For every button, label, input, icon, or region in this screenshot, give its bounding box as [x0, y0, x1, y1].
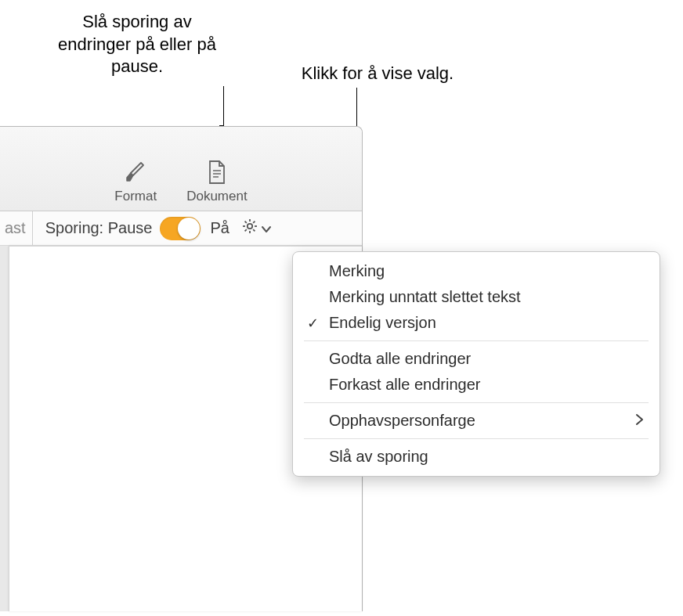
menu-item-label: Forkast alle endringer: [329, 376, 480, 394]
format-label: Format: [114, 189, 157, 204]
svg-line-10: [245, 229, 247, 231]
tracking-toolbar: ast Sporing: Pause På: [0, 211, 362, 246]
svg-line-8: [245, 222, 247, 223]
callout-line: [223, 86, 224, 125]
menu-item-markup[interactable]: Merking: [293, 258, 660, 284]
format-toolbar-item[interactable]: Format: [114, 159, 157, 204]
svg-point-3: [248, 224, 252, 229]
callout-toggle-description: Slå sporing av endringer på eller på pau…: [47, 11, 227, 78]
document-icon: [204, 159, 230, 186]
menu-item-turn-off-tracking[interactable]: Slå av sporing: [293, 444, 660, 470]
menu-separator: [304, 340, 649, 341]
main-toolbar: Format Dokument: [0, 127, 362, 211]
tracking-label: Sporing: Pause: [45, 219, 153, 237]
svg-line-9: [253, 229, 255, 231]
menu-item-label: Merking: [329, 262, 385, 280]
on-label: På: [210, 219, 229, 237]
document-toolbar-item[interactable]: Dokument: [186, 159, 247, 204]
tracking-toggle[interactable]: [160, 217, 201, 240]
cutoff-text: ast: [5, 211, 33, 245]
menu-item-markup-except-deleted[interactable]: Merking unntatt slettet tekst: [293, 284, 660, 310]
menu-item-label: Endelig versjon: [329, 314, 436, 332]
menu-item-reject-all[interactable]: Forkast alle endringer: [293, 372, 660, 398]
check-icon: ✓: [307, 315, 319, 332]
menu-item-author-color[interactable]: Opphavspersonfarge: [293, 408, 660, 434]
menu-item-label: Slå av sporing: [329, 448, 428, 466]
menu-item-label: Godta alle endringer: [329, 350, 471, 368]
brush-icon: [122, 159, 149, 186]
document-margin: [0, 246, 9, 611]
document-label: Dokument: [186, 189, 247, 204]
menu-item-label: Merking unntatt slettet tekst: [329, 288, 521, 306]
callout-line: [356, 88, 357, 127]
chevron-down-icon: [261, 219, 272, 237]
gear-icon: [240, 217, 259, 240]
options-dropdown-button[interactable]: [240, 217, 272, 240]
toggle-knob: [178, 218, 200, 240]
menu-item-accept-all[interactable]: Godta alle endringer: [293, 346, 660, 372]
tracking-options-menu: Merking Merking unntatt slettet tekst ✓ …: [292, 251, 660, 477]
menu-item-label: Opphavspersonfarge: [329, 412, 475, 430]
callout-menu-description: Klikk for å vise valg.: [276, 63, 479, 85]
svg-line-11: [253, 222, 255, 223]
menu-separator: [304, 438, 649, 439]
menu-separator: [304, 402, 649, 403]
chevron-right-icon: [635, 412, 644, 430]
menu-item-final-version[interactable]: ✓ Endelig versjon: [293, 310, 660, 336]
